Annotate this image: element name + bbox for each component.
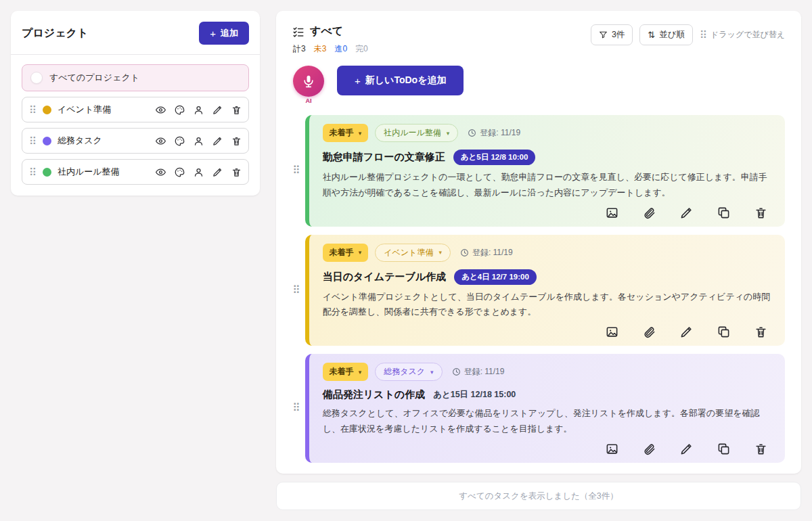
due-text: あと15日 12/18 15:00 [433,389,516,401]
task-description: 総務タスクとして、オフィスで必要な備品をリストアップし、発注リストを作成します。… [323,406,771,437]
member-icon[interactable] [194,105,204,115]
task-row: ⠿ 未着手▾ 総務タスク▾ 登録: 11/19 [292,354,785,463]
task-card: 未着手▾ 社内ルール整備▾ 登録: 11/19 勤怠申請フローの文章修正 [305,115,785,227]
project-row-event[interactable]: ⠿ イベント準備 [22,97,249,122]
edit-icon[interactable] [680,325,693,338]
delete-icon[interactable] [231,105,242,115]
grip-icon: ⠿ [700,30,707,40]
tasks-panel: すべて 計3 未3 進0 完0 3件 ⇅ [276,11,801,474]
attachment-icon[interactable] [643,206,656,219]
delete-icon[interactable] [231,136,242,146]
palette-icon[interactable] [175,136,185,146]
palette-icon[interactable] [175,105,185,115]
footer-message: すべてのタスクを表示しました（全3件） [459,491,618,502]
project-row-actions [156,105,242,115]
drag-handle-icon[interactable]: ⠿ [29,105,37,115]
drag-handle-icon[interactable]: ⠿ [29,167,37,177]
delete-icon[interactable] [754,443,767,455]
task-actions [323,325,771,338]
image-icon[interactable] [606,206,618,219]
selected-indicator-icon [30,72,43,84]
projects-title: プロジェクト [22,26,88,41]
image-icon[interactable] [606,443,618,455]
edit-icon[interactable] [212,105,223,115]
header-controls: 3件 ⇅ 並び順 ⠿ ドラッグで並び替え [591,24,785,45]
list-icon [292,26,304,38]
project-name: 総務タスク [58,135,102,147]
add-todo-button[interactable]: + 新しいToDoを追加 [337,66,464,95]
project-name: イベント準備 [58,104,111,116]
drag-hint: ⠿ ドラッグで並び替え [700,29,785,41]
sort-label: 並び順 [659,29,685,41]
palette-icon[interactable] [175,167,185,177]
project-select[interactable]: 社内ルール整備▾ [375,124,458,142]
main-column: すべて 計3 未3 進0 完0 3件 ⇅ [276,11,801,510]
drag-handle-icon[interactable]: ⠿ [292,285,300,296]
edit-icon[interactable] [212,136,223,146]
project-select[interactable]: イベント準備▾ [375,244,451,262]
action-row: AI + 新しいToDoを追加 [292,66,785,104]
chevron-down-icon: ▾ [438,249,442,256]
attachment-icon[interactable] [643,443,656,455]
project-select[interactable]: 総務タスク▾ [375,363,442,381]
projects-header: プロジェクト + 追加 [22,22,249,45]
project-row-soumu[interactable]: ⠿ 総務タスク [22,128,249,154]
visibility-icon[interactable] [156,167,166,177]
project-row-actions [156,136,242,146]
edit-icon[interactable] [680,206,693,219]
task-list: ⠿ 未着手▾ 社内ルール整備▾ 登録: 11/19 [292,115,785,463]
project-row-actions [156,167,242,177]
task-card: 未着手▾ イベント準備▾ 登録: 11/19 当日のタイムテーブル作成 [305,235,785,346]
duplicate-icon[interactable] [717,443,730,455]
visibility-icon[interactable] [156,136,166,146]
drag-handle-icon[interactable]: ⠿ [29,136,37,146]
task-actions [323,206,771,219]
sort-icon: ⇅ [648,30,655,39]
microphone-icon [302,74,315,88]
task-card: 未着手▾ 総務タスク▾ 登録: 11/19 備品発注リストの作成 [305,354,785,463]
duplicate-icon[interactable] [717,325,730,338]
all-projects-item[interactable]: すべてのプロジェクト [22,64,249,91]
visibility-icon[interactable] [156,105,166,115]
add-project-button[interactable]: + 追加 [199,22,249,45]
count-progress: 進0 [334,43,347,55]
filter-button[interactable]: 3件 [591,24,633,45]
status-select[interactable]: 未着手▾ [323,244,369,262]
task-description: 社内ルール整備プロジェクトの一環として、勤怠申請フローの文章を見直し、必要に応じ… [323,170,771,201]
due-badge: あと4日 12/7 19:00 [454,269,537,285]
edit-icon[interactable] [212,167,223,177]
duplicate-icon[interactable] [717,206,730,219]
drag-handle-icon[interactable]: ⠿ [292,165,300,176]
count-todo: 未3 [314,43,327,55]
registered-date: 登録: 11/19 [452,366,505,378]
task-counts: 計3 未3 進0 完0 [293,43,368,55]
sort-button[interactable]: ⇅ 並び順 [639,24,693,45]
plus-icon: + [355,76,361,86]
drag-handle-icon[interactable]: ⠿ [292,403,300,413]
task-row: ⠿ 未着手▾ イベント準備▾ 登録: 11/19 [292,235,785,346]
status-select[interactable]: 未着手▾ [323,124,369,142]
project-color-dot [43,168,51,177]
delete-icon[interactable] [231,167,242,177]
plus-icon: + [210,28,216,39]
image-icon[interactable] [606,325,618,338]
add-project-label: 追加 [221,27,238,39]
voice-input-button[interactable] [293,66,324,97]
task-title: 当日のタイムテーブル作成 [323,271,446,284]
chevron-down-icon: ▾ [359,249,362,256]
registered-date: 登録: 11/19 [460,247,513,258]
project-row-rules[interactable]: ⠿ 社内ルール整備 [22,159,249,185]
edit-icon[interactable] [680,443,693,455]
delete-icon[interactable] [754,206,767,219]
task-row: ⠿ 未着手▾ 社内ルール整備▾ 登録: 11/19 [292,115,785,227]
project-name: 社内ルール整備 [58,166,120,178]
member-icon[interactable] [194,136,204,146]
status-select[interactable]: 未着手▾ [323,363,369,381]
tasks-header: すべて 計3 未3 進0 完0 3件 ⇅ [292,24,785,55]
member-icon[interactable] [194,167,204,177]
delete-icon[interactable] [754,325,767,338]
attachment-icon[interactable] [643,325,656,338]
clock-icon [452,367,461,376]
task-description: イベント準備プロジェクトとして、当日のタイムテーブルを作成します。各セッションや… [323,290,771,321]
task-title: 備品発注リストの作成 [323,388,425,401]
